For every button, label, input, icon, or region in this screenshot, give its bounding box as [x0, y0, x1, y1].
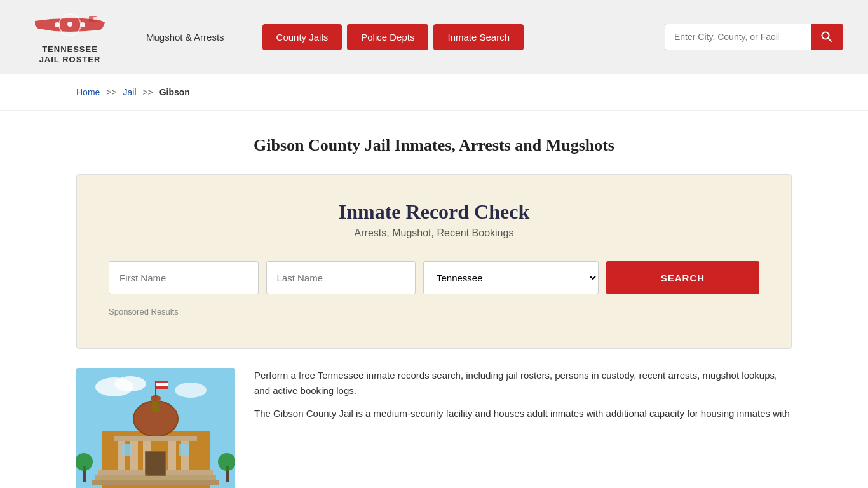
main-content: Gibson County Jail Inmates, Arrests and …: [0, 111, 868, 488]
svg-point-6: [93, 17, 97, 20]
svg-rect-37: [179, 444, 189, 456]
inmate-search-form: Tennessee Alabama Alaska Arizona Arkansa…: [109, 261, 759, 294]
search-icon: [821, 31, 832, 43]
inmate-search-button[interactable]: SEARCH: [606, 261, 759, 294]
svg-rect-23: [156, 383, 168, 386]
breadcrumb-jail[interactable]: Jail: [123, 87, 137, 97]
header-search-input[interactable]: [665, 24, 811, 50]
header-search-area: [665, 24, 843, 50]
tn-map-icon: [32, 10, 108, 44]
breadcrumb: Home >> Jail >> Gibson: [76, 87, 792, 97]
svg-rect-28: [168, 438, 176, 470]
breadcrumb-sep2: >>: [142, 87, 153, 97]
svg-rect-16: [146, 412, 165, 435]
breadcrumb-sep1: >>: [106, 87, 116, 97]
record-check-box: Inmate Record Check Arrests, Mugshot, Re…: [76, 174, 792, 349]
svg-rect-30: [114, 436, 197, 441]
svg-point-11: [114, 376, 146, 391]
logo-text: TENNESSEE JAIL ROSTER: [39, 44, 101, 64]
mugshot-arrests-link[interactable]: Mugshot & Arrests: [146, 32, 224, 43]
sponsored-label: Sponsored Results: [109, 307, 759, 316]
svg-point-41: [218, 453, 235, 471]
content-paragraph-2: The Gibson County Jail is a medium-secur…: [254, 406, 792, 421]
record-check-subtitle: Arrests, Mugshot, Recent Bookings: [109, 227, 759, 239]
state-select[interactable]: Tennessee Alabama Alaska Arizona Arkansa…: [423, 261, 599, 294]
breadcrumb-bar: Home >> Jail >> Gibson: [0, 74, 868, 111]
page-title: Gibson County Jail Inmates, Arrests and …: [76, 136, 792, 155]
inmate-search-btn[interactable]: Inmate Search: [433, 24, 524, 50]
svg-rect-33: [92, 480, 219, 485]
header-search-button[interactable]: [811, 24, 843, 50]
site-header: TENNESSEE JAIL ROSTER Mugshot & Arrests …: [0, 0, 868, 74]
first-name-input[interactable]: [109, 261, 259, 294]
svg-line-8: [828, 38, 831, 41]
breadcrumb-current: Gibson: [159, 87, 190, 97]
police-depts-btn[interactable]: Police Depts: [347, 24, 428, 50]
svg-point-2: [67, 22, 72, 27]
svg-rect-22: [156, 381, 168, 383]
svg-point-12: [175, 383, 207, 398]
record-check-title: Inmate Record Check: [109, 200, 759, 224]
svg-rect-35: [146, 452, 165, 475]
site-logo[interactable]: TENNESSEE JAIL ROSTER: [25, 10, 114, 64]
content-description: Perform a free Tennessee inmate records …: [254, 368, 792, 429]
breadcrumb-home[interactable]: Home: [76, 87, 100, 97]
svg-rect-36: [122, 444, 132, 456]
nav-buttons: County Jails Police Depts Inmate Search: [262, 24, 524, 50]
courthouse-svg: [76, 368, 235, 488]
courthouse-image: [76, 368, 235, 488]
last-name-input[interactable]: [266, 261, 416, 294]
county-jails-btn[interactable]: County Jails: [262, 24, 342, 50]
bottom-content: Perform a free Tennessee inmate records …: [76, 368, 792, 488]
content-paragraph-1: Perform a free Tennessee inmate records …: [254, 368, 792, 398]
svg-rect-24: [156, 386, 168, 389]
